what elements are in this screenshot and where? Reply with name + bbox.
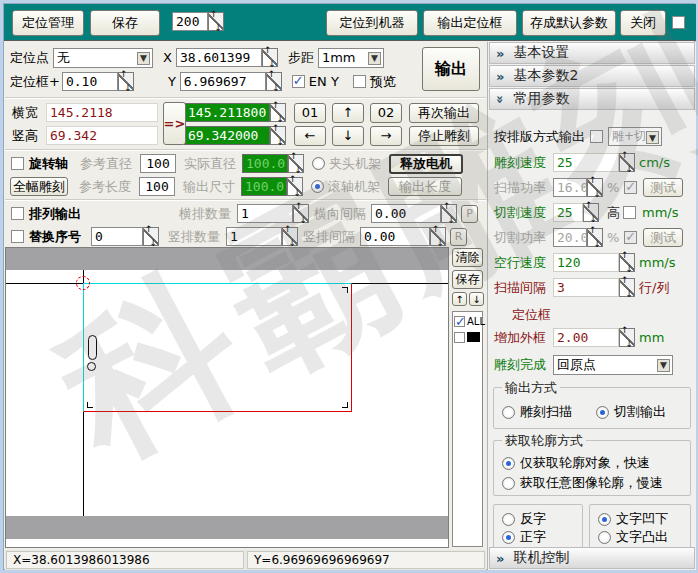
scan-radio[interactable] (502, 406, 515, 419)
replace-serial-stepper[interactable]: 0 (91, 227, 159, 246)
output-again-button[interactable]: 再次输出 (409, 103, 479, 123)
width-value[interactable]: 145.2118 (46, 103, 158, 122)
layer-item-black[interactable] (454, 330, 481, 344)
r-button[interactable]: R (450, 228, 467, 246)
spinner-icon[interactable] (270, 126, 286, 145)
layer-item-all[interactable]: ALL (454, 314, 481, 328)
origin-marker[interactable] (76, 276, 90, 290)
spinner-icon[interactable] (266, 72, 282, 91)
output-mode-cut[interactable]: 切割输出 (596, 404, 666, 420)
spinner-icon[interactable] (282, 227, 298, 246)
preview-checkbox[interactable] (353, 75, 366, 88)
replace-serial-checkbox[interactable] (11, 230, 24, 243)
y-stepper[interactable]: 6.969697 (180, 72, 282, 91)
en-checkbox[interactable] (292, 75, 305, 88)
selection-rectangle[interactable] (83, 283, 352, 412)
toolbar-checkbox[interactable] (672, 16, 685, 29)
done-action-select[interactable]: 回原点 ▼ (553, 355, 673, 375)
save-default-params-button[interactable]: 存成默认参数 (522, 10, 616, 36)
zoom-value[interactable]: 200 (172, 12, 208, 31)
height-out-value[interactable]: 69.342000 (184, 126, 270, 145)
contour-fast-option[interactable]: 仅获取轮廓对象，快速 (502, 455, 650, 471)
normal-radio[interactable] (502, 531, 515, 544)
stop-engrave-button[interactable]: 停止雕刻 (409, 126, 479, 146)
y-value[interactable]: 6.969697 (180, 72, 266, 91)
clear-button[interactable]: 清除 (452, 248, 483, 267)
spinner-icon[interactable] (587, 228, 603, 247)
output-length-button[interactable]: 输出长度 (388, 177, 462, 196)
engrave-speed-value[interactable]: 25 (557, 155, 573, 170)
concave-radio[interactable] (598, 513, 611, 526)
spinner-icon[interactable] (619, 328, 635, 347)
actual-diameter-value[interactable]: 100.0 (242, 154, 288, 173)
jog-right-button[interactable]: → (370, 126, 402, 146)
addframe-value[interactable]: 2.00 (557, 330, 588, 345)
spinner-icon[interactable] (118, 72, 134, 91)
width-out-value[interactable]: 145.211800 (184, 103, 270, 122)
cols-stepper[interactable]: 1 (237, 204, 309, 223)
ref-length-value[interactable]: 100 (139, 177, 175, 196)
scan-power-test-button[interactable]: 测试 (643, 178, 683, 197)
header-common-params[interactable]: » 常用参数 (489, 88, 695, 110)
normal-option[interactable]: 正字 (502, 529, 546, 545)
step-select[interactable]: 1mm ▼ (318, 48, 384, 68)
save-layers-button[interactable]: 保存 (452, 270, 483, 289)
spinner-icon[interactable] (262, 48, 278, 67)
x-stepper[interactable]: 38.601399 (176, 48, 278, 67)
width-out-stepper[interactable]: 145.211800 (184, 103, 286, 122)
position-manage-button[interactable]: 定位管理 (12, 10, 84, 36)
capsule-shape[interactable] (88, 335, 97, 360)
layer-up-button[interactable]: ↑ (452, 292, 467, 306)
output-mode-scan[interactable]: 雕刻扫描 (502, 404, 572, 420)
header-basic-settings[interactable]: » 基本设置 (489, 42, 695, 64)
x-value[interactable]: 38.601399 (176, 48, 262, 67)
layout-mode-checkbox[interactable] (590, 130, 603, 143)
vgap-value[interactable]: 0.00 (360, 227, 430, 246)
rows-value[interactable]: 1 (226, 227, 282, 246)
output-button[interactable]: 输出 (422, 47, 480, 91)
jog-left-button[interactable]: ← (294, 126, 326, 146)
concave-option[interactable]: 文字凹下 (598, 511, 668, 527)
layer-down-button[interactable]: ↓ (469, 292, 484, 306)
p-button[interactable]: P (461, 205, 478, 223)
frame-offset-stepper[interactable]: 0.10 (62, 72, 134, 91)
actual-diameter-stepper[interactable]: 100.0 (242, 154, 304, 173)
replace-serial-value[interactable]: 0 (91, 227, 143, 246)
cut-speed-value[interactable]: 25 (557, 205, 573, 220)
contour-fast-radio[interactable] (502, 457, 515, 470)
output-size-value[interactable]: 100.0 (241, 177, 287, 196)
design-canvas[interactable] (5, 247, 449, 548)
spinner-icon[interactable] (430, 227, 446, 246)
spinner-icon[interactable] (270, 103, 286, 122)
close-button[interactable]: 关闭 (620, 10, 666, 36)
jog-up-button[interactable]: ↑ (332, 103, 364, 123)
contour-slow-option[interactable]: 获取任意图像轮廓，慢速 (502, 475, 663, 491)
layer-list[interactable]: ALL (452, 311, 483, 547)
spinner-icon[interactable] (143, 227, 159, 246)
jog-02-button[interactable]: 02 (370, 103, 402, 123)
convex-radio[interactable] (598, 531, 611, 544)
spinner-icon[interactable] (587, 178, 603, 197)
rows-stepper[interactable]: 1 (226, 227, 298, 246)
spinner-icon[interactable] (287, 177, 303, 196)
frame-offset-value[interactable]: 0.10 (62, 72, 118, 91)
hgap-value[interactable]: 0.00 (371, 204, 441, 223)
height-value[interactable]: 69.342 (46, 126, 158, 145)
cut-power-checkbox[interactable] (624, 231, 637, 244)
spinner-icon[interactable] (293, 204, 309, 223)
spinner-icon[interactable] (619, 278, 635, 297)
chuck-radio[interactable] (312, 157, 325, 170)
cut-speed-high-checkbox[interactable] (623, 206, 636, 219)
header-online-control[interactable]: » 联机控制 (489, 547, 695, 569)
hgap-stepper[interactable]: 0.00 (371, 204, 457, 223)
arrange-output-checkbox[interactable] (11, 207, 24, 220)
spinner-icon[interactable] (583, 203, 599, 222)
cut-power-test-button[interactable]: 测试 (643, 228, 683, 247)
jog-down-button[interactable]: ↓ (332, 126, 364, 146)
layer-black-checkbox[interactable] (454, 332, 465, 343)
spinner-icon[interactable] (619, 253, 635, 272)
rotary-checkbox[interactable] (11, 157, 24, 170)
layer-all-checkbox[interactable] (454, 316, 465, 327)
mirror-option[interactable]: 反字 (502, 511, 546, 527)
full-engrave-button[interactable]: 全幅雕刻 (10, 177, 68, 196)
